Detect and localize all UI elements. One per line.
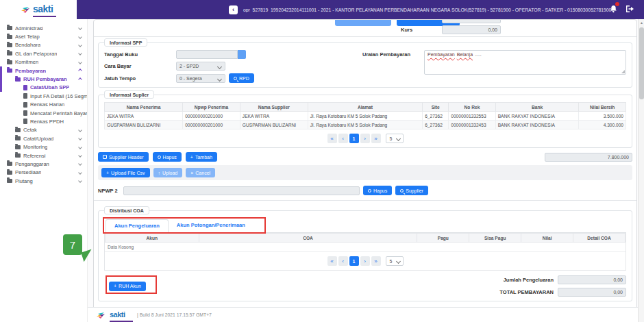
- cara-bayar-select[interactable]: 2 - SP2D: [176, 62, 225, 71]
- app-logo: sakti: [0, 0, 77, 19]
- delete-icon: [158, 156, 161, 159]
- logout-icon: [626, 5, 634, 13]
- chevron-down-icon: [78, 35, 82, 39]
- informasi-suplier-legend: Informasi Suplier: [104, 90, 154, 99]
- hapus-button[interactable]: Hapus: [153, 152, 182, 162]
- col-header: Pagu: [417, 234, 469, 243]
- col-header: Detail COA: [573, 234, 626, 243]
- sidebar-item-bendahara[interactable]: Bendahara: [0, 41, 87, 49]
- informasi-spp-section: Informasi SPP Tanggal Buku: [98, 42, 632, 88]
- chevron-down-icon: [78, 26, 82, 30]
- col-header: Nilai: [521, 234, 573, 243]
- sidebar-item-piutang[interactable]: Piutang: [0, 177, 87, 185]
- cancel-button[interactable]: × Cancel: [186, 168, 215, 177]
- col-header: Akun: [106, 234, 199, 243]
- ruh-akun-button[interactable]: + RUH Akun: [109, 282, 146, 291]
- coa-pagination: « ‹ 1 › » 5: [105, 256, 626, 266]
- col-header: COA: [199, 234, 417, 243]
- chevron-down-icon: [78, 162, 82, 166]
- page-1-button[interactable]: 1: [349, 256, 359, 266]
- uraian-pembayaran-textarea[interactable]: PembayaranBelanja.....: [424, 50, 626, 75]
- jatuh-tempo-label: Jatuh Tempo: [104, 75, 176, 82]
- table-row[interactable]: GUSPARMAN BULIZARNI000000000201000 GUSPA…: [105, 121, 626, 129]
- jumlah-pengeluaran-label: Jumlah Pengeluaran: [504, 277, 554, 283]
- clipped-top-row: Kurs 0,00: [94, 20, 636, 37]
- next-page-button[interactable]: ›: [360, 134, 370, 143]
- upload-file-csv-button[interactable]: + Upload File Csv: [101, 168, 150, 177]
- sidebar-item-referensi[interactable]: Referensi: [0, 151, 87, 160]
- clipped-button-1[interactable]: [335, 20, 391, 26]
- chevron-down-icon: [78, 171, 82, 175]
- sidebar-item-monitoring[interactable]: Monitoring: [0, 143, 87, 151]
- upload-button[interactable]: ↑ Upload: [153, 168, 183, 177]
- npwp2-hapus-button[interactable]: Hapus: [363, 186, 392, 195]
- tab-akun-pengeluaran[interactable]: Akun Pengeluaran: [106, 219, 169, 233]
- page-size-select[interactable]: 5: [386, 134, 404, 143]
- rpd-button[interactable]: RPD: [229, 73, 254, 83]
- last-page-button[interactable]: »: [371, 134, 381, 143]
- top-header-bar: sakti ‹ opr_527819_199204232014111001 - …: [0, 0, 644, 19]
- folder-icon: [7, 179, 12, 183]
- sidebar-item-catat-upload[interactable]: Catat/Upload: [0, 134, 87, 143]
- resize-handle[interactable]: [621, 70, 625, 73]
- sidebar-item-catat-ubah-spp[interactable]: Catat/Ubah SPP: [0, 84, 87, 92]
- jatuh-tempo-select[interactable]: 0 - Segera: [176, 74, 225, 83]
- table-row[interactable]: JEKA WITRA000000000201000 JEKA WITRAJl. …: [105, 112, 626, 121]
- folder-icon: [15, 128, 21, 132]
- collapse-menu-button[interactable]: ‹: [229, 5, 238, 14]
- sidebar-item-pembayaran[interactable]: Pembayaran: [0, 66, 87, 75]
- brand-tagline-bar: [33, 16, 56, 17]
- brand-name: sakti: [33, 3, 53, 14]
- sidebar-item-cetak[interactable]: Cetak: [0, 126, 87, 134]
- first-page-button[interactable]: «: [327, 134, 337, 143]
- tab-akun-potongan-penerimaan[interactable]: Akun Potongan/Penerimaan: [169, 219, 253, 232]
- prev-page-button[interactable]: ‹: [338, 134, 348, 143]
- sidebar-item-aset-tetap[interactable]: Aset Tetap: [0, 32, 87, 40]
- tambah-button[interactable]: + Tambah: [186, 152, 217, 162]
- next-page-button[interactable]: ›: [360, 256, 370, 266]
- delete-icon: [368, 189, 371, 193]
- sidebar-item-mencatat-perintah-bayar[interactable]: Mencatat Perintah Bayar: [0, 109, 87, 117]
- sidebar-item-persediaan[interactable]: Persediaan: [0, 169, 87, 177]
- sidebar-item-renkas-ppdh[interactable]: Renkas PPDH: [0, 117, 87, 125]
- supplier-lookup-button[interactable]: Supplier: [395, 186, 428, 195]
- spp-form-card: Kurs 0,00 Informasi SPP Tanggal Buku: [93, 19, 637, 320]
- file-icon: [23, 110, 27, 116]
- informasi-suplier-section: Informasi Suplier Nama Penerima Npwp Pen…: [98, 95, 632, 148]
- npwp2-input[interactable]: [123, 186, 360, 195]
- page-1-button[interactable]: 1: [349, 134, 359, 143]
- sidebar-item-penganggaran[interactable]: Penganggaran: [0, 160, 87, 168]
- file-icon: [23, 102, 27, 108]
- file-icon: [23, 119, 27, 124]
- sidebar-item-gl-dan-pelaporan[interactable]: GL dan Pelaporan: [0, 49, 87, 58]
- tanggal-buku-input[interactable]: [176, 50, 238, 59]
- notifications-button[interactable]: [610, 3, 617, 16]
- first-page-button[interactable]: «: [327, 256, 337, 266]
- sidebar-item-renkas-harian[interactable]: Renkas Harian: [0, 101, 87, 109]
- main-content: Kurs 0,00 Informasi SPP Tanggal Buku: [88, 19, 644, 322]
- sidebar-item-administrasi[interactable]: Administrasi: [0, 24, 87, 32]
- sidebar-item-ruh-pembayaran[interactable]: RUH Pembayaran: [0, 75, 87, 83]
- scrollbar-thumb[interactable]: [639, 27, 644, 99]
- logout-button[interactable]: [626, 3, 634, 16]
- empty-table-message: Data Kosong: [105, 243, 626, 252]
- file-icon: [23, 93, 27, 99]
- page-size-select[interactable]: 5: [386, 256, 404, 266]
- plus-icon: +: [190, 155, 193, 160]
- folder-icon: [7, 26, 12, 30]
- sidebar-item-input-fa-detail[interactable]: Input FA Detail (16 Segmen): [0, 92, 87, 100]
- calendar-button[interactable]: [238, 50, 246, 59]
- sakti-logo-icon: [96, 310, 106, 320]
- supplier-header-button[interactable]: Supplier Header: [98, 152, 149, 162]
- folder-icon: [7, 43, 12, 47]
- tanggal-buku-label: Tanggal Buku: [104, 51, 176, 58]
- prev-page-button[interactable]: ‹: [338, 256, 348, 266]
- sidebar-item-komitmen[interactable]: Komitmen: [0, 58, 87, 66]
- supplier-pagination: « ‹ 1 › » 5: [104, 134, 626, 143]
- scroll-up-arrow[interactable]: ▲: [639, 19, 644, 26]
- col-header: Site: [423, 103, 449, 112]
- last-page-button[interactable]: »: [371, 256, 381, 266]
- vertical-scrollbar[interactable]: ▲: [638, 19, 644, 322]
- upload-icon: ↑: [158, 171, 161, 175]
- kurs-label: Kurs: [401, 27, 442, 33]
